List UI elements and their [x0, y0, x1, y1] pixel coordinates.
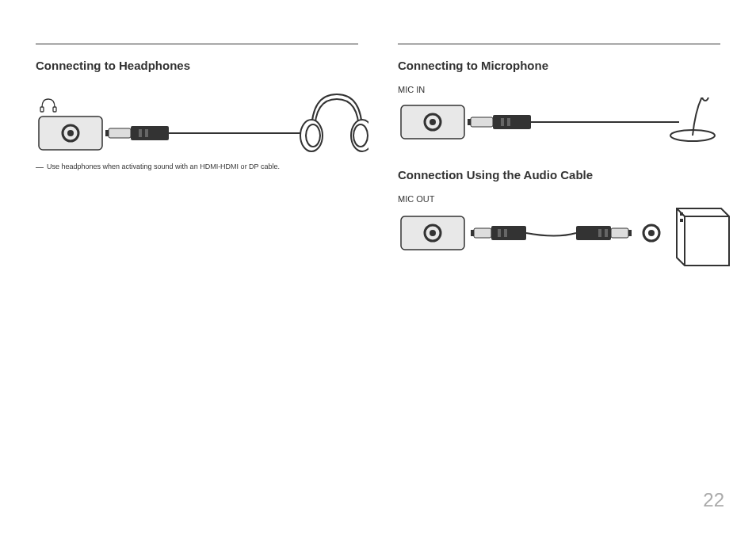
svg-point-40: [648, 230, 655, 236]
svg-rect-33: [504, 229, 507, 237]
left-column: Connecting to Headphones: [36, 44, 358, 289]
svg-rect-35: [598, 229, 601, 237]
svg-point-28: [430, 230, 436, 236]
divider: [36, 44, 358, 44]
svg-point-4: [67, 130, 74, 136]
svg-rect-32: [498, 229, 501, 237]
divider: [398, 44, 720, 44]
mic-out-label: MIC OUT: [398, 194, 720, 204]
page-number: 22: [703, 489, 724, 511]
svg-rect-44: [681, 213, 682, 215]
svg-rect-22: [507, 118, 510, 126]
svg-rect-7: [131, 126, 169, 140]
svg-rect-18: [468, 119, 471, 125]
svg-rect-36: [605, 229, 608, 237]
mic-out-diagram: [398, 207, 720, 278]
svg-rect-30: [474, 228, 491, 238]
svg-rect-5: [105, 130, 109, 136]
svg-rect-8: [139, 129, 142, 137]
microphone-title: Connecting to Microphone: [398, 59, 720, 72]
mic-in-diagram: [398, 97, 720, 157]
svg-point-25: [702, 97, 708, 101]
svg-point-12: [306, 124, 320, 147]
footnote-text: Use headphones when activating sound wit…: [47, 162, 280, 171]
svg-rect-38: [628, 230, 632, 236]
svg-rect-31: [491, 226, 526, 240]
svg-rect-20: [493, 115, 531, 129]
headphones-diagram: [36, 85, 358, 148]
headphones-title: Connecting to Headphones: [36, 59, 358, 72]
svg-rect-21: [501, 118, 504, 126]
svg-point-17: [430, 119, 436, 125]
audio-cable-title: Connection Using the Audio Cable: [398, 168, 720, 182]
svg-rect-0: [40, 107, 44, 112]
svg-rect-6: [109, 128, 131, 138]
footnote-dash-icon: ―: [36, 162, 44, 172]
mic-in-label: MIC IN: [398, 85, 720, 94]
svg-point-14: [353, 124, 368, 147]
right-column: Connecting to Microphone MIC IN: [398, 44, 720, 289]
svg-rect-19: [471, 117, 493, 127]
svg-rect-9: [145, 129, 148, 137]
svg-rect-1: [53, 107, 56, 112]
svg-rect-37: [611, 228, 628, 238]
svg-rect-29: [471, 230, 474, 236]
footnote: ― Use headphones when activating sound w…: [36, 162, 358, 172]
svg-rect-45: [681, 220, 682, 221]
